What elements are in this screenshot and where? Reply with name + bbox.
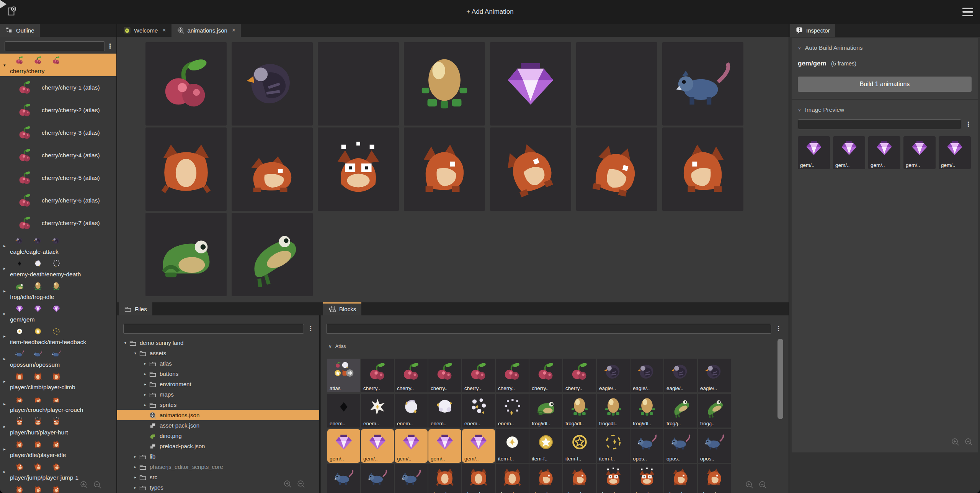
block-tile[interactable]: enem.. <box>428 394 461 428</box>
animation-cell[interactable] <box>232 42 313 126</box>
zoom-in-icon[interactable] <box>283 480 293 489</box>
block-tile[interactable]: player/ <box>630 464 663 493</box>
block-tile[interactable]: gem/.. <box>395 429 428 463</box>
outline-group-item[interactable]: ▸player/climb/player-climb <box>0 370 116 392</box>
animation-cell[interactable] <box>232 127 313 211</box>
block-tile[interactable]: eagle/.. <box>630 359 663 392</box>
preview-tile[interactable]: gem/.. <box>868 136 900 169</box>
files-tree-item[interactable]: ▸atlas <box>117 358 319 369</box>
chevron-right-icon[interactable]: ▸ <box>3 469 6 474</box>
animation-cell[interactable] <box>662 127 743 211</box>
block-tile[interactable]: opos.. <box>395 464 428 493</box>
outline-frame-item[interactable]: cherry/cherry-1 (atlas) <box>0 76 116 99</box>
chevron-right-icon[interactable]: ▸ <box>142 361 148 366</box>
chevron-right-icon[interactable]: ▸ <box>132 454 138 459</box>
chevron-right-icon[interactable]: ▸ <box>142 372 148 376</box>
block-tile[interactable]: player/ <box>462 464 495 493</box>
zoom-out-icon[interactable] <box>964 437 974 447</box>
outline-search-input[interactable] <box>5 41 105 51</box>
animation-cell[interactable] <box>404 127 485 211</box>
hamburger-menu-icon[interactable] <box>962 8 973 16</box>
zoom-in-icon[interactable] <box>80 480 89 490</box>
close-icon[interactable]: × <box>232 27 235 34</box>
outline-menu-icon[interactable]: ⋮ <box>107 41 113 51</box>
chevron-right-icon[interactable]: ▸ <box>3 333 6 338</box>
chevron-right-icon[interactable]: ▸ <box>3 491 6 493</box>
block-tile[interactable]: gem/.. <box>428 429 461 463</box>
outline-group-item[interactable]: ▾cherry/cherry <box>0 54 116 76</box>
block-tile[interactable]: cherry.. <box>496 359 529 392</box>
block-tile[interactable]: cherry.. <box>462 359 495 392</box>
animation-cell[interactable] <box>318 42 399 126</box>
chevron-right-icon[interactable]: ▸ <box>3 311 6 316</box>
files-tree-item[interactable]: preload-pack.json <box>117 441 319 451</box>
animation-cell[interactable] <box>318 127 399 211</box>
animation-cell[interactable] <box>145 127 227 211</box>
chevron-right-icon[interactable]: ▸ <box>3 401 6 406</box>
files-tree-item[interactable]: ▾demo sunny land <box>117 338 319 348</box>
close-icon[interactable]: × <box>162 27 166 34</box>
block-tile[interactable]: gem/.. <box>361 429 394 463</box>
blocks-section-header[interactable]: ∨ Atlas <box>328 344 346 349</box>
animation-cell[interactable] <box>145 42 227 126</box>
block-tile[interactable]: eagle/.. <box>698 359 731 392</box>
zoom-out-icon[interactable] <box>93 480 103 490</box>
image-preview-search-input[interactable] <box>798 119 961 129</box>
files-tree-item[interactable]: ▸environment <box>117 379 319 389</box>
files-tree-item[interactable]: ▸lib <box>117 451 319 462</box>
chevron-right-icon[interactable]: ▸ <box>132 485 138 490</box>
chevron-right-icon[interactable]: ▸ <box>132 475 138 479</box>
image-preview-header[interactable]: ∨ Image Preview <box>798 106 972 113</box>
chevron-right-icon[interactable]: ▸ <box>142 392 148 397</box>
block-tile[interactable]: item-f.. <box>597 429 630 463</box>
block-tile[interactable]: opos.. <box>327 464 360 493</box>
outline-group-item[interactable]: ▸eagle/eagle-attack <box>0 234 116 257</box>
outline-frame-item[interactable]: cherry/cherry-5 (atlas) <box>0 167 116 189</box>
block-tile[interactable]: item-f.. <box>529 429 562 463</box>
chevron-right-icon[interactable]: ▸ <box>3 266 6 271</box>
block-tile[interactable]: frog/idl.. <box>630 394 663 428</box>
zoom-in-icon[interactable] <box>951 437 960 447</box>
preview-tile[interactable]: gem/.. <box>798 136 830 169</box>
files-tree-item[interactable]: animations.json <box>117 410 319 420</box>
block-tile[interactable]: item-f.. <box>496 429 529 463</box>
files-tree-item[interactable]: ▸buttons <box>117 369 319 379</box>
block-tile[interactable]: opos.. <box>361 464 394 493</box>
block-tile[interactable]: item-f.. <box>563 429 596 463</box>
tab-inspector[interactable]: Inspector <box>790 24 835 37</box>
chevron-right-icon[interactable]: ▸ <box>3 356 6 361</box>
outline-group-item[interactable]: ▸player/crouch/player-crouch <box>0 392 116 415</box>
block-tile[interactable]: opos.. <box>698 429 731 463</box>
tab-outline[interactable]: Outline <box>0 24 40 37</box>
files-tree-item[interactable]: asset-pack.json <box>117 420 319 431</box>
files-tree-item[interactable]: ▾assets <box>117 348 319 358</box>
blocks-menu-icon[interactable]: ⋮ <box>775 324 782 334</box>
zoom-out-icon[interactable] <box>297 480 306 489</box>
blocks-search-input[interactable] <box>326 324 771 334</box>
animation-cell[interactable] <box>576 42 657 126</box>
add-animation-button[interactable]: + Add Animation <box>0 0 980 24</box>
zoom-out-icon[interactable] <box>758 480 768 490</box>
block-tile[interactable]: eagle/.. <box>664 359 697 392</box>
tab-animations-json[interactable]: animations.json× <box>172 24 241 37</box>
files-search-input[interactable] <box>123 324 304 334</box>
outline-group-item[interactable]: ▸enemy-death/enemy-death <box>0 257 116 279</box>
block-tile[interactable]: gem/.. <box>327 429 360 463</box>
block-tile[interactable]: opos.. <box>664 429 697 463</box>
tab-blocks[interactable]: Blocks <box>323 302 361 315</box>
chevron-right-icon[interactable]: ▸ <box>3 379 6 384</box>
outline-group-item[interactable]: ▸player/hurt/player-hurt <box>0 415 116 437</box>
block-tile[interactable]: enem.. <box>462 394 495 428</box>
animation-cell[interactable] <box>662 42 743 126</box>
outline-frame-item[interactable]: cherry/cherry-7 (atlas) <box>0 212 116 234</box>
chevron-down-icon[interactable]: ▾ <box>3 62 6 67</box>
chevron-right-icon[interactable]: ▸ <box>142 403 148 407</box>
block-tile[interactable]: player/ <box>529 464 562 493</box>
chevron-right-icon[interactable]: ▸ <box>3 424 6 429</box>
block-tile[interactable]: cherry.. <box>395 359 428 392</box>
block-tile[interactable]: player/ <box>664 464 697 493</box>
animation-cell[interactable] <box>145 213 227 296</box>
outline-frame-item[interactable]: cherry/cherry-2 (atlas) <box>0 99 116 121</box>
block-tile[interactable]: frog/idl.. <box>563 394 596 428</box>
blocks-scrollbar[interactable] <box>777 339 783 419</box>
